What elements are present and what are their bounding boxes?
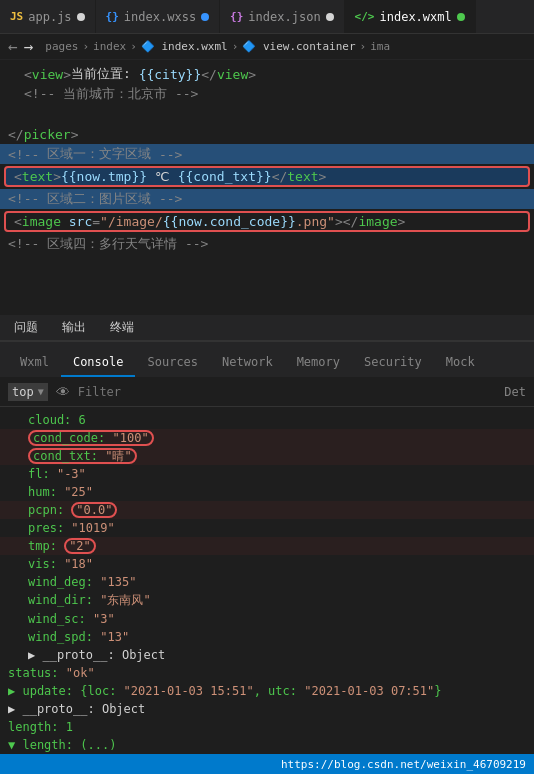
code-editor: <view>当前位置: {{city}}</view> <!-- 当前城市：北京… bbox=[0, 60, 534, 315]
code-line-4: </picker> bbox=[0, 124, 534, 144]
console-proto1: ▶ __proto__: Object bbox=[0, 646, 534, 664]
console-output: cloud: 6 cond_code: "100" cond_txt: "晴" … bbox=[0, 407, 534, 774]
sep4: › bbox=[360, 40, 367, 53]
status-url: https://blog.csdn.net/weixin_46709219 bbox=[281, 758, 526, 771]
output-tab[interactable]: 输出 bbox=[58, 317, 90, 338]
console-wind-dir: wind_dir: "东南风" bbox=[0, 591, 534, 610]
console-wind-sc: wind_sc: "3" bbox=[0, 610, 534, 628]
eye-icon[interactable]: 👁 bbox=[54, 383, 72, 401]
breadcrumb-ima: ima bbox=[370, 40, 390, 53]
length-text: length: 1 bbox=[8, 720, 73, 734]
proto1-text: ▶ __proto__: Object bbox=[28, 648, 165, 662]
console-proto2: ▶ __proto__: Object bbox=[0, 700, 534, 718]
tab-appjs[interactable]: JS app.js bbox=[0, 0, 96, 34]
console-pres: pres: "1019" bbox=[0, 519, 534, 537]
tab-bar: JS app.js {} index.wxss {} index.json </… bbox=[0, 0, 534, 34]
nav-back[interactable]: ← bbox=[8, 37, 18, 56]
update-text: ▶ update: {loc: "2021-01-03 15:51", utc:… bbox=[8, 684, 442, 698]
status-bar: https://blog.csdn.net/weixin_46709219 bbox=[0, 754, 534, 774]
wxml-icon: </> bbox=[355, 10, 375, 23]
tab-json-dot bbox=[326, 13, 334, 21]
tab-appjs-label: app.js bbox=[28, 10, 71, 24]
console-tmp: tmp: "2" bbox=[0, 537, 534, 555]
context-label: top bbox=[12, 385, 34, 399]
sep3: › bbox=[232, 40, 239, 53]
cloud-text: cloud: 6 bbox=[28, 413, 86, 427]
breadcrumb-view: 🔷 view.container bbox=[242, 40, 355, 53]
code-line-6: <text>{{now.tmp}} ℃ {{cond_txt}}</text> bbox=[4, 166, 530, 187]
pcpn-highlight: "0.0" bbox=[71, 502, 117, 518]
breadcrumb-index: index bbox=[93, 40, 126, 53]
console-vis: vis: "18" bbox=[0, 555, 534, 573]
tab-network[interactable]: Network bbox=[210, 349, 285, 377]
code-line-3 bbox=[0, 104, 534, 124]
problem-bar: 问题 输出 终端 bbox=[0, 315, 534, 341]
code-line-7: <!-- 区域二：图片区域 --> bbox=[0, 189, 534, 209]
filter-input[interactable] bbox=[78, 385, 499, 399]
fl-text: fl: "-3" bbox=[28, 467, 86, 481]
breadcrumb-pages: pages bbox=[45, 40, 78, 53]
wind-sc-text: wind_sc: "3" bbox=[28, 612, 115, 626]
cond-txt-highlight: cond_txt: "晴" bbox=[28, 448, 137, 464]
code-line-8: <image src="/image/{{now.cond_code}}.png… bbox=[4, 211, 530, 232]
console-cloud: cloud: 6 bbox=[0, 411, 534, 429]
tab-wxss-label: index.wxss bbox=[124, 10, 196, 24]
tab-memory[interactable]: Memory bbox=[285, 349, 352, 377]
hum-text: hum: "25" bbox=[28, 485, 93, 499]
tab-sources[interactable]: Sources bbox=[135, 349, 210, 377]
console-wind-deg: wind_deg: "135" bbox=[0, 573, 534, 591]
terminal-tab[interactable]: 终端 bbox=[106, 317, 138, 338]
console-cond-txt: cond_txt: "晴" bbox=[0, 447, 534, 465]
json-icon: {} bbox=[230, 10, 243, 23]
code-line-1: <view>当前位置: {{city}}</view> bbox=[0, 64, 534, 84]
devtools-tabs: Wxml Console Sources Network Memory Secu… bbox=[0, 342, 534, 377]
wind-dir-text: wind_dir: "东南风" bbox=[28, 592, 151, 609]
tmp-highlight: "2" bbox=[64, 538, 96, 554]
tab-wxss[interactable]: {} index.wxss bbox=[96, 0, 221, 34]
cond-code-highlight: cond_code: "100" bbox=[28, 430, 154, 446]
tab-json-label: index.json bbox=[248, 10, 320, 24]
devtools: Wxml Console Sources Network Memory Secu… bbox=[0, 341, 534, 774]
console-status: status: "ok" bbox=[0, 664, 534, 682]
tab-wxml-label: index.wxml bbox=[379, 10, 451, 24]
console-v-length: ▼ length: (...) bbox=[0, 736, 534, 754]
css-icon: {} bbox=[106, 10, 119, 23]
tab-wxml-dt[interactable]: Wxml bbox=[8, 349, 61, 377]
tab-security[interactable]: Security bbox=[352, 349, 434, 377]
tab-json[interactable]: {} index.json bbox=[220, 0, 345, 34]
code-line-2: <!-- 当前城市：北京市 --> bbox=[0, 84, 534, 104]
console-hum: hum: "25" bbox=[0, 483, 534, 501]
dropdown-arrow: ▼ bbox=[38, 386, 44, 397]
tab-wxml[interactable]: </> index.wxml bbox=[345, 0, 476, 34]
tab-wxss-dot bbox=[201, 13, 209, 21]
js-icon: JS bbox=[10, 10, 23, 23]
console-wind-spd: wind_spd: "13" bbox=[0, 628, 534, 646]
tab-console[interactable]: Console bbox=[61, 349, 136, 377]
devtools-toolbar: top ▼ 👁 Det bbox=[0, 377, 534, 407]
console-cond-code: cond_code: "100" bbox=[0, 429, 534, 447]
det-label: Det bbox=[504, 385, 526, 399]
wind-spd-text: wind_spd: "13" bbox=[28, 630, 129, 644]
context-selector[interactable]: top ▼ bbox=[8, 383, 48, 401]
breadcrumb-file: 🔷 index.wxml bbox=[141, 40, 228, 53]
code-line-5: <!-- 区域一：文字区域 --> bbox=[0, 144, 534, 164]
problem-tab[interactable]: 问题 bbox=[10, 317, 42, 338]
tab-appjs-dot bbox=[77, 13, 85, 21]
nav-forward[interactable]: → bbox=[24, 37, 34, 56]
console-update: ▶ update: {loc: "2021-01-03 15:51", utc:… bbox=[0, 682, 534, 700]
status-text: status: "ok" bbox=[8, 666, 95, 680]
pres-text: pres: "1019" bbox=[28, 521, 115, 535]
tab-mock[interactable]: Mock bbox=[434, 349, 487, 377]
breadcrumb: pages › index › 🔷 index.wxml › 🔷 view.co… bbox=[37, 40, 398, 53]
vis-text: vis: "18" bbox=[28, 557, 93, 571]
tab-wxml-dot bbox=[457, 13, 465, 21]
console-length: length: 1 bbox=[0, 718, 534, 736]
code-line-9: <!-- 区域四：多行天气详情 --> bbox=[0, 234, 534, 254]
console-pcpn: pcpn: "0.0" bbox=[0, 501, 534, 519]
sep2: › bbox=[130, 40, 137, 53]
proto2-text: ▶ __proto__: Object bbox=[8, 702, 145, 716]
wind-deg-text: wind_deg: "135" bbox=[28, 575, 136, 589]
console-fl: fl: "-3" bbox=[0, 465, 534, 483]
nav-arrows: ← → bbox=[8, 37, 33, 56]
v-length-text: ▼ length: (...) bbox=[8, 738, 116, 752]
